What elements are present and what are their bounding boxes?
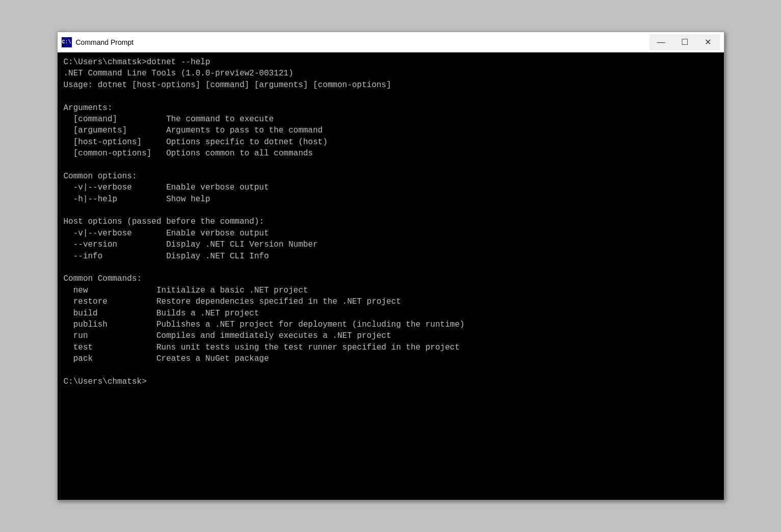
window-icon-text: C:\ — [62, 39, 71, 45]
minimize-button[interactable]: — — [650, 34, 673, 50]
window-icon: C:\ — [62, 37, 72, 47]
close-button[interactable]: ✕ — [696, 34, 720, 50]
maximize-button[interactable]: ☐ — [673, 34, 696, 50]
window-title: Command Prompt — [76, 38, 650, 46]
title-bar: C:\ Command Prompt — ☐ ✕ — [58, 32, 724, 52]
terminal-body[interactable]: C:\Users\chmatsk>dotnet --help .NET Comm… — [58, 52, 724, 500]
window-controls: — ☐ ✕ — [650, 34, 720, 50]
terminal-output: C:\Users\chmatsk>dotnet --help .NET Comm… — [64, 57, 718, 387]
command-prompt-window: C:\ Command Prompt — ☐ ✕ C:\Users\chmats… — [57, 32, 724, 500]
